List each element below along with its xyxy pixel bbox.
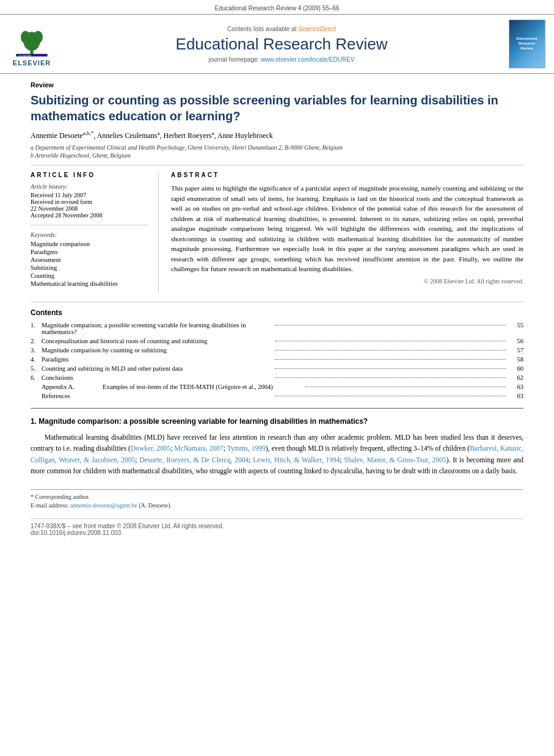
toc-num-5: 5. xyxy=(31,365,42,372)
abstract-text: This paper aims to highlight the signifi… xyxy=(171,183,523,274)
copyright-line: © 2008 Elsevier Ltd. All rights reserved… xyxy=(171,278,523,285)
appendix-title: Examples of test-items of the TEDI-MATH … xyxy=(103,383,303,390)
article-body: Review Subitizing or counting as possibl… xyxy=(0,74,554,548)
references-page: 63 xyxy=(508,393,523,399)
keyword-6: Mathematical learning disabilities xyxy=(31,280,149,287)
received-date: Received 11 July 2007 xyxy=(31,192,149,198)
corresponding-note: * Corresponding author. xyxy=(31,493,523,500)
toc-title-4: Paradigms xyxy=(42,356,272,363)
keyword-3: Assessment xyxy=(31,256,149,263)
toc-item-6: 6. Conclusions 62 xyxy=(31,374,523,381)
section1-title: 1. Magnitude comparison: a possible scre… xyxy=(31,417,523,426)
abstract-heading: ABSTRACT xyxy=(171,172,523,178)
email-address[interactable]: annemie.desoete@ugent.be xyxy=(70,502,137,509)
two-col-section: ARTICLE INFO Article history: Received 1… xyxy=(31,172,523,293)
toc-item-2: 2. Conceptualisation and historical root… xyxy=(31,338,523,344)
ref-lewis[interactable]: Lewis, Hitch, & Walker, 1994 xyxy=(253,456,340,463)
toc-item-1: 1. Magnitude comparison; a possible scre… xyxy=(31,322,523,335)
toc-page-2: 56 xyxy=(508,338,523,344)
toc-num-4: 4. xyxy=(31,356,42,363)
footer-issn: 1747-938X/$ – see front matter © 2008 El… xyxy=(31,523,523,529)
toc-title-5: Counting and subitizing in MLD and other… xyxy=(42,365,272,372)
appendix-page: 63 xyxy=(508,383,523,390)
toc-dots-2 xyxy=(275,341,506,341)
article-info-heading: ARTICLE INFO xyxy=(31,172,149,178)
journal-reference: Educational Research Review 4 (2009) 55–… xyxy=(0,0,554,14)
affiliation-b: b Artevelde Hogeschool, Ghent, Belgium xyxy=(31,152,523,159)
email-note: E-mail address: annemie.desoete@ugent.be… xyxy=(31,502,523,509)
email-suffix: (A. Desoete). xyxy=(139,502,172,509)
homepage-label: journal homepage: xyxy=(208,56,259,63)
appendix-label: Appendix A. xyxy=(42,383,103,390)
keywords-group: Keywords: Magnitude comparison Paradigms… xyxy=(31,231,149,287)
footnote-section: * Corresponding author. E-mail address: … xyxy=(31,489,523,509)
journal-homepage-line: journal homepage: www.elsevier.com/locat… xyxy=(62,56,501,63)
svg-text:ELSEVIER: ELSEVIER xyxy=(19,54,32,57)
toc-page-4: 58 xyxy=(508,356,523,363)
contents-section: Contents 1. Magnitude comparison; a poss… xyxy=(31,302,523,399)
toc-title-6: Conclusions xyxy=(42,374,272,381)
abstract-col: ABSTRACT This paper aims to highlight th… xyxy=(171,172,523,293)
journal-cover: EducationalResearchReview xyxy=(507,20,547,68)
toc-dots-ref xyxy=(275,396,506,396)
toc-dots-3 xyxy=(275,350,506,351)
toc-item-5: 5. Counting and subitizing in MLD and ot… xyxy=(31,365,523,372)
sciencedirect-line: Contents lists available at ScienceDirec… xyxy=(62,26,501,32)
keyword-1: Magnitude comparison xyxy=(31,241,149,247)
history-group: Article history: Received 11 July 2007 R… xyxy=(31,183,149,219)
contents-heading: Contents xyxy=(31,308,523,317)
ref-desoete[interactable]: Desoete, Roeyers, & De Clercq, 2004 xyxy=(139,456,249,463)
toc-dots-4 xyxy=(275,359,506,360)
toc-title-2: Conceptualisation and historical roots o… xyxy=(42,338,272,344)
toc-dots-1 xyxy=(275,325,506,325)
toc-num-3: 3. xyxy=(31,347,42,354)
svg-point-2 xyxy=(21,31,30,43)
toc-num-6: 6. xyxy=(31,374,42,381)
footer-info: 1747-938X/$ – see front matter © 2008 El… xyxy=(31,518,523,536)
keyword-2: Paradigms xyxy=(31,249,149,255)
toc-item-3: 3. Magnitude comparison by counting or s… xyxy=(31,347,523,354)
toc-page-1: 55 xyxy=(508,322,523,329)
ref-shalev[interactable]: Shalev, Manor, & Gross-Tsur, 2005 xyxy=(344,456,446,463)
affiliation-a: a Department of Experimental Clinical an… xyxy=(31,144,523,151)
article-info-col: ARTICLE INFO Article history: Received 1… xyxy=(31,172,159,293)
toc-title-1: Magnitude comparison; a possible screeni… xyxy=(42,322,272,335)
keywords-label: Keywords: xyxy=(31,231,149,238)
toc-item-4: 4. Paradigms 58 xyxy=(31,356,523,363)
toc-dots-appendix xyxy=(305,387,506,387)
homepage-url-link[interactable]: www.elsevier.com/locate/EDUREV xyxy=(261,56,354,63)
page: Educational Research Review 4 (2009) 55–… xyxy=(0,0,554,756)
ref-tymms[interactable]: Tymms, 1999 xyxy=(227,445,266,452)
footer-doi: doi:10.1016/j.edurev.2008.11.003 xyxy=(31,529,523,536)
accepted-date: Accepted 28 November 2008 xyxy=(31,212,149,219)
history-label: Article history: xyxy=(31,183,149,190)
section-divider-1 xyxy=(31,408,523,409)
cover-thumbnail: EducationalResearchReview xyxy=(509,20,545,68)
toc-appendix: Appendix A. Examples of test-items of th… xyxy=(31,383,523,390)
divider-history xyxy=(31,225,149,225)
keyword-4: Subitizing xyxy=(31,264,149,271)
toc-dots-5 xyxy=(275,368,506,369)
authors-text: Annemie Desoetea,b,*, Annelies Ceulemans… xyxy=(31,131,273,140)
sciencedirect-link[interactable]: ScienceDirect xyxy=(298,26,336,32)
keyword-5: Counting xyxy=(31,272,149,279)
email-label: E-mail address: xyxy=(31,502,68,509)
section1-paragraph: Mathematical learning disabilities (MLD)… xyxy=(31,432,523,477)
toc-num-1: 1. xyxy=(31,322,42,329)
author-sup-c: a xyxy=(211,130,214,136)
article-type: Review xyxy=(31,81,523,89)
top-ref-text: Educational Research Review 4 (2009) 55–… xyxy=(214,5,339,12)
divider-affiliations xyxy=(31,165,523,165)
revised-date: Received in revised form22 November 2008 xyxy=(31,198,149,212)
ref-dowker[interactable]: Dowker, 2005 xyxy=(131,445,170,452)
toc-page-6: 62 xyxy=(508,374,523,381)
cover-title-text: EducationalResearchReview xyxy=(516,37,537,51)
ref-mcnamara[interactable]: McNamara, 2007 xyxy=(174,445,224,452)
toc-references: References 63 xyxy=(31,393,523,399)
elsevier-brand-text: ELSEVIER xyxy=(13,59,51,67)
journal-banner: ELSEVIER ELSEVIER Contents lists availab… xyxy=(0,14,554,74)
author-sup-b: a xyxy=(157,130,159,136)
contents-available-label: Contents lists available at xyxy=(227,26,296,32)
elsevier-tree-icon: ELSEVIER xyxy=(13,21,50,58)
svg-point-3 xyxy=(34,31,43,43)
